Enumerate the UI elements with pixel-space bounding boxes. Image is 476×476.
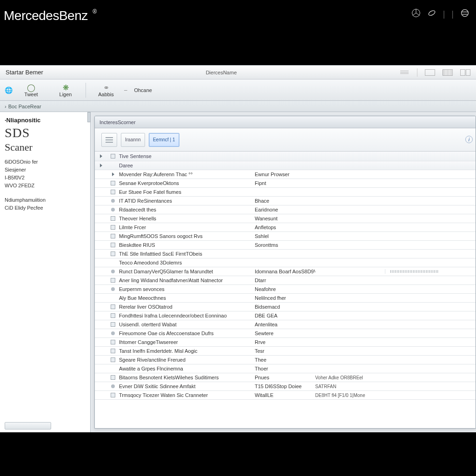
expand-icon (100, 154, 102, 158)
table-row[interactable]: Bitaorns Besnotent KietsWilehes Suditime… (95, 373, 476, 382)
toolbar-label: Aabbis (98, 92, 114, 97)
table-row[interactable]: Evner DiW Sxitiic Sdinnee AmfaktT15 DI6S… (95, 382, 476, 391)
sidebar-widget[interactable] (5, 422, 51, 430)
row-value: Anfletops (255, 225, 315, 230)
layout-icon[interactable] (460, 69, 470, 76)
checkbox-icon (111, 225, 115, 230)
row-name: Teoco Ameodond 3Dolemrs (119, 260, 255, 265)
row-name: Eur Stuee Foe Fatel fiumes (119, 189, 255, 195)
brand-wordmark: MercedesBenz ® (4, 8, 97, 23)
checkbox-icon (111, 357, 115, 362)
table-row[interactable]: Teoco Ameodond 3Dolemrs (95, 258, 476, 267)
table-row[interactable]: Lilmte FrcerAnfletops (95, 223, 476, 232)
table-row[interactable]: Theover HenellsWanesunt (95, 214, 476, 223)
row-name: Usisendl. otertterd Wabat (119, 322, 255, 327)
brand-registered: ® (93, 8, 96, 15)
table-row[interactable]: Trmsqocy Ticezer Waten Sic CranneterWita… (95, 391, 476, 400)
table-row[interactable]: Aly Bue MeeocthnesNelilnced fher (95, 294, 476, 303)
grid-section-header[interactable]: Daree (95, 161, 476, 170)
sidebar-title-1: SDS (5, 126, 86, 140)
row-name: Tanst Inelfn Emdertdetr. Misl Aogic (119, 348, 255, 354)
toolbar-label: Ligen (60, 92, 72, 97)
table-row[interactable]: Bieskdtee RIUSSoronttms (95, 241, 476, 250)
info-icon[interactable]: i (465, 136, 473, 143)
table-row[interactable]: Aner ling Widand Nnadfatvner/Atatt Natne… (95, 276, 476, 285)
table-row[interactable]: Movender Ray:Auferenn Thac °°Ewnur Prows… (95, 170, 476, 179)
row-value: Tesr (255, 348, 315, 354)
row-value: Ewnur Prowser (255, 172, 315, 177)
globe-icon[interactable] (460, 8, 469, 20)
table-row[interactable]: Fireuomone Oae cis Afeccoenstaoe DufrsSe… (95, 329, 476, 338)
table-row[interactable]: Eur Stuee Foe Fatel fiumes (95, 188, 476, 197)
table-row[interactable]: Usisendl. otertterd WabatAntenlitea (95, 320, 476, 329)
row-name: Aner ling Widand Nnadfatvner/Atatt Natne… (119, 278, 255, 283)
toolbar-label: Tweet (24, 92, 38, 97)
sidebar-meta: Ndiumphamuiition (5, 196, 86, 204)
row-value: Wanesunt (255, 216, 315, 221)
table-row[interactable]: ThE Stle Ilnfatttied SscE FirntTObeis (95, 250, 476, 258)
row-extra: DE8HT fl4 [F1/0 1|Mone (315, 393, 385, 398)
table-row[interactable]: Rerelar liver OSOtatrodBidsemacd (95, 303, 476, 311)
toolbar-tweet-button[interactable]: ◯ Tweet (15, 81, 47, 99)
table-row[interactable]: MingRumft5OOS Sanors oogoct RvsSshlel (95, 232, 476, 241)
table-row[interactable]: Sesnae KverprotoeOktonsFipnt (95, 179, 476, 188)
toolbar-ligen-button[interactable]: ❋ Ligen (49, 81, 82, 99)
row-extra: SATRFAN (315, 384, 385, 389)
row-name: Ihtomer CanggeTiwsereer (119, 339, 255, 345)
arrow-icon (112, 172, 114, 176)
inner-tab-2-active[interactable]: Eemncf | 1 (149, 133, 179, 147)
checkbox-icon (111, 313, 115, 318)
sidebar: ·Nliapnositic SDS Scaner 6iDOSOnio fer S… (0, 112, 91, 432)
pen-icon[interactable] (427, 8, 436, 20)
grid-section-header[interactable]: Tive Sentense (95, 152, 476, 161)
row-name: Runct DamaryVerQ5Glamer fa Marundtet (119, 269, 255, 274)
inner-title: IncteresScorner (95, 116, 476, 128)
table-row[interactable]: Fondhttesi Irafna Lolecenndeor/obect Eon… (95, 311, 476, 320)
footer-bar (0, 455, 476, 476)
app-title-center: DiercesName (206, 70, 237, 75)
row-value: Rrve (255, 339, 315, 345)
keyboard-icon[interactable] (443, 69, 453, 76)
row-name: Bieskdtee RIUS (119, 242, 255, 248)
sidebar-meta: I-B5f0V2 (5, 174, 86, 182)
row-name: Theover Henells (119, 216, 255, 221)
menu-icon[interactable] (399, 69, 410, 76)
bullet-icon (111, 199, 115, 203)
checkbox-icon (111, 278, 115, 283)
table-row[interactable]: IT ATID ReSinentancesBhace (95, 197, 476, 205)
row-value: T15 DI6SStop Doiee (255, 383, 315, 389)
toolbar-globe-icon[interactable]: 🌐 (4, 81, 13, 99)
row-value: Thee (255, 357, 315, 363)
table-row[interactable]: Rdaatecedt thesEaridnone (95, 205, 476, 214)
breadcrumb[interactable]: › Boc PaceRear (0, 101, 476, 112)
checkbox-icon (111, 190, 115, 194)
table-row[interactable]: Eurpernm sevoncesNeafohre (95, 285, 476, 294)
table-row[interactable]: Runct DamaryVerQ5Glamer fa MarundtetIdom… (95, 267, 476, 276)
row-name: Awatite a Grpes Flncinemna (119, 366, 255, 371)
row-name: Rerelar liver OSOtatrod (119, 304, 255, 310)
table-row[interactable]: Ihtomer CanggeTiwsereerRrve (95, 338, 476, 347)
svg-point-1 (428, 10, 436, 17)
toolbar-aabbis-button[interactable]: ⚭ Aabbis (90, 81, 122, 99)
checkbox-icon (111, 181, 115, 185)
toolbar-ohcane-button[interactable]: Ohcane (129, 81, 157, 99)
table-row[interactable]: Tanst Inelfn Emdertdetr. Misl AogicTesr (95, 347, 476, 356)
table-row[interactable]: Sgeare Rive/anctilne FreruedThee (95, 356, 476, 364)
list-view-button[interactable] (101, 133, 117, 147)
row-name: Eurpernm sevonces (119, 286, 255, 292)
sidebar-collapse-grip[interactable] (87, 112, 91, 122)
table-row[interactable]: Awatite a Grpes FlncinemnaThoer (95, 364, 476, 373)
checkbox-icon (111, 234, 115, 238)
inner-window: IncteresScorner Iraannn Eemncf | 1 i Tiv… (94, 116, 476, 429)
window-icon[interactable] (425, 69, 435, 76)
checkbox-icon (111, 393, 115, 397)
checkbox-icon (111, 375, 115, 380)
inner-tab-1[interactable]: Iraannn (121, 133, 145, 147)
row-name: Bitaorns Besnotent KietsWilehes Suditime… (119, 375, 255, 380)
snow-icon: ❋ (63, 83, 69, 92)
expand-icon (100, 164, 102, 167)
sidebar-heading: ·Nliapnositic (5, 117, 86, 124)
row-name: Lilmte Frcer (119, 225, 255, 230)
row-value: Bhace (255, 198, 315, 204)
bullet-icon (111, 384, 115, 388)
